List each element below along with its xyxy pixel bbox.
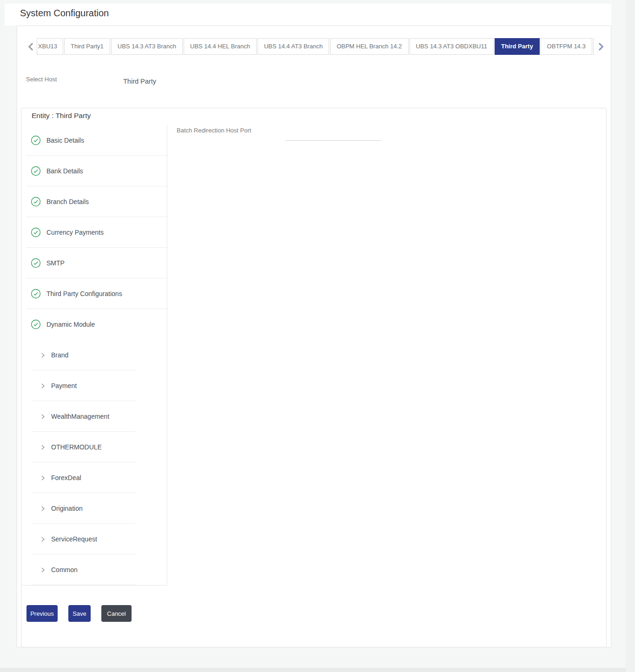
chevron-right-icon bbox=[40, 383, 46, 389]
tab-label: UBS 14.4 AT3 Branch bbox=[264, 43, 323, 50]
tab-label: Third Party bbox=[501, 43, 533, 50]
chevron-right-icon bbox=[40, 444, 46, 450]
chevron-right-icon bbox=[40, 506, 46, 512]
step-label: Branch Details bbox=[46, 198, 89, 205]
tab-label: UBS 14.4 HEL Branch bbox=[190, 43, 250, 50]
select-host-label: Select Host bbox=[26, 76, 57, 83]
sidebar-step-currency-payments[interactable]: Currency Payments bbox=[21, 217, 167, 248]
tab-label: UBS 14.3 AT3 OBDXBU11 bbox=[416, 43, 487, 50]
batch-redirection-host-port-label: Batch Redirection Host Port bbox=[177, 127, 251, 134]
page-header: System Configuration bbox=[5, 4, 611, 26]
module-label: Payment bbox=[51, 382, 77, 389]
check-circle-icon bbox=[31, 166, 41, 176]
check-circle-icon bbox=[31, 289, 41, 299]
tab-ubs-14-3-at3-obdxbu11[interactable]: UBS 14.3 AT3 OBDXBU11 bbox=[410, 38, 494, 55]
entity-panel: Entity : Third Party Basic DetailsBank D… bbox=[21, 108, 607, 647]
module-label: Origination bbox=[51, 505, 83, 512]
chevron-left-icon bbox=[28, 43, 34, 51]
tab-strip: XBU13Third Party1UBS 14.3 AT3 BranchUBS … bbox=[37, 38, 595, 55]
previous-button[interactable]: Previous bbox=[26, 605, 58, 622]
sidebar-module-common[interactable]: Common bbox=[21, 554, 167, 585]
check-circle-icon bbox=[31, 197, 41, 207]
chevron-right-icon bbox=[40, 536, 46, 542]
scrollbar-track-vertical[interactable] bbox=[626, 0, 635, 672]
module-label: ForexDeal bbox=[51, 474, 81, 481]
check-circle-icon bbox=[31, 319, 41, 329]
step-label: Currency Payments bbox=[46, 229, 104, 236]
entity-panel-title: Entity : Third Party bbox=[32, 112, 91, 120]
batch-redirection-host-port-input[interactable] bbox=[285, 130, 381, 141]
chevron-right-icon bbox=[40, 414, 46, 420]
sidebar-module-servicerequest[interactable]: ServiceRequest bbox=[21, 524, 167, 554]
step-label: Basic Details bbox=[46, 137, 84, 144]
tabs-next-button[interactable] bbox=[595, 38, 607, 55]
module-label: ServiceRequest bbox=[51, 535, 97, 543]
wizard-steps: Basic DetailsBank DetailsBranch DetailsC… bbox=[21, 125, 167, 340]
module-label: Common bbox=[51, 566, 78, 573]
check-circle-icon bbox=[31, 135, 41, 145]
tab-label: XBU13 bbox=[38, 39, 57, 54]
tab-label: UBS 14.3 AT3 Branch bbox=[118, 43, 176, 50]
sidebar-module-forexdeal[interactable]: ForexDeal bbox=[21, 462, 167, 493]
tab-label: OBTFPM 14.3 bbox=[547, 43, 586, 50]
wizard-sidebar: Basic DetailsBank DetailsBranch DetailsC… bbox=[21, 125, 167, 586]
sidebar-step-basic-details[interactable]: Basic Details bbox=[21, 125, 167, 156]
sidebar-module-origination[interactable]: Origination bbox=[21, 493, 167, 524]
tab-xbu13[interactable]: XBU13 bbox=[37, 38, 63, 55]
check-circle-icon bbox=[31, 227, 41, 237]
sidebar-module-othermodule[interactable]: OTHERMODULE bbox=[21, 432, 167, 462]
tab-third-party[interactable]: Third Party bbox=[495, 38, 540, 55]
step-label: Bank Details bbox=[46, 167, 83, 175]
step-label: Dynamic Module bbox=[46, 321, 95, 328]
dynamic-module-list: BrandPaymentWealthManagementOTHERMODULEF… bbox=[21, 340, 167, 585]
select-host-value: Third Party bbox=[123, 78, 156, 85]
tab-ubs-14-3-at3-branch[interactable]: UBS 14.3 AT3 Branch bbox=[111, 38, 183, 55]
chevron-right-icon bbox=[598, 43, 604, 51]
chevron-right-icon bbox=[40, 352, 46, 358]
tab-obpm-hel-branch-14-2[interactable]: OBPM HEL Branch 14.2 bbox=[330, 38, 408, 55]
sidebar-step-bank-details[interactable]: Bank Details bbox=[21, 156, 167, 186]
module-label: Brand bbox=[51, 351, 68, 359]
tab-ubs-14-4-hel-branch[interactable]: UBS 14.4 HEL Branch bbox=[184, 38, 257, 55]
tabs-prev-button[interactable] bbox=[25, 38, 37, 55]
chevron-right-icon bbox=[40, 567, 46, 573]
chevron-right-icon bbox=[40, 475, 46, 481]
check-circle-icon bbox=[31, 258, 41, 268]
tab-third-party1[interactable]: Third Party1 bbox=[64, 38, 110, 55]
module-label: WealthManagement bbox=[51, 413, 109, 420]
host-tab-bar: XBU13Third Party1UBS 14.3 AT3 BranchUBS … bbox=[17, 38, 611, 55]
cancel-button[interactable]: Cancel bbox=[101, 605, 132, 622]
save-button[interactable]: Save bbox=[68, 605, 91, 622]
module-label: OTHERMODULE bbox=[51, 443, 102, 451]
sidebar-module-brand[interactable]: Brand bbox=[21, 340, 167, 370]
step-label: SMTP bbox=[46, 259, 65, 267]
action-buttons: Previous Save Cancel bbox=[26, 605, 132, 622]
content-card: XBU13Third Party1UBS 14.3 AT3 BranchUBS … bbox=[17, 26, 611, 647]
sidebar-module-payment[interactable]: Payment bbox=[21, 370, 167, 401]
sidebar-step-branch-details[interactable]: Branch Details bbox=[21, 186, 167, 217]
page-title: System Configuration bbox=[20, 8, 109, 19]
step-label: Third Party Configurations bbox=[46, 290, 122, 297]
sidebar-step-dynamic-module[interactable]: Dynamic Module bbox=[21, 309, 167, 340]
tab-label: OBPM HEL Branch 14.2 bbox=[337, 43, 402, 50]
sidebar-step-third-party-configurations[interactable]: Third Party Configurations bbox=[21, 278, 167, 309]
sidebar-module-wealthmanagement[interactable]: WealthManagement bbox=[21, 401, 167, 432]
tab-label: Third Party1 bbox=[71, 43, 104, 50]
tab-ubs-14-4-at3-branch[interactable]: UBS 14.4 AT3 Branch bbox=[258, 38, 329, 55]
scrollbar-track-horizontal[interactable] bbox=[0, 668, 626, 672]
sidebar-step-smtp[interactable]: SMTP bbox=[21, 248, 167, 278]
tab-obtfpm-14-3[interactable]: OBTFPM 14.3 bbox=[541, 38, 592, 55]
